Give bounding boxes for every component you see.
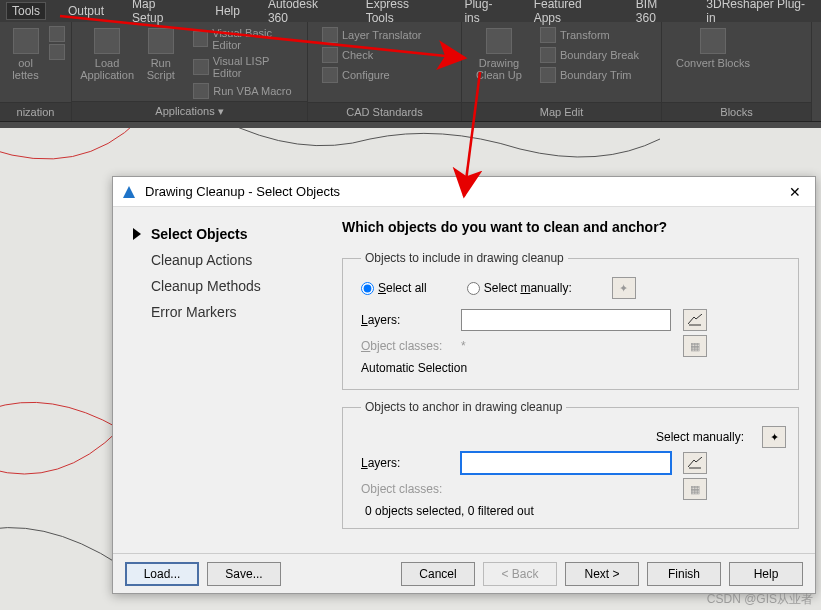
anchor-classes-label: Object classes: (361, 482, 449, 496)
next-button[interactable]: Next > (565, 562, 639, 586)
save-button[interactable]: Save... (207, 562, 281, 586)
anchor-layers-input[interactable] (461, 452, 671, 474)
include-classes-value: * (461, 339, 671, 353)
dialog-title: Drawing Cleanup - Select Objects (145, 184, 340, 199)
nav-select-objects[interactable]: Select Objects (133, 221, 320, 247)
ribbon-small-icon[interactable] (49, 26, 65, 42)
convert-blocks-button[interactable]: Convert Blocks (668, 26, 758, 71)
transform-button[interactable]: Transform (536, 26, 643, 44)
include-layers-input[interactable] (461, 309, 671, 331)
select-manually-label: Select manually: (484, 281, 572, 295)
run-vba-macro-button[interactable]: Run VBA Macro (189, 82, 301, 100)
anchor-layers-label: Layers: (361, 456, 449, 470)
finish-button[interactable]: Finish (647, 562, 721, 586)
dialog-titlebar: Drawing Cleanup - Select Objects ✕ (113, 177, 815, 207)
run-script-button[interactable]: Run Script (138, 26, 183, 83)
tool-palettes-button[interactable]: ool lettes (6, 26, 45, 83)
back-button: < Back (483, 562, 557, 586)
layers-label: Layers: (361, 313, 449, 327)
close-button[interactable]: ✕ (783, 182, 807, 202)
panel-title[interactable]: Applications ▾ (72, 101, 307, 121)
select-all-radio[interactable] (361, 282, 374, 295)
ribbon-small-icon[interactable] (49, 44, 65, 60)
panel-title: Map Edit (462, 102, 661, 121)
classes-label: Object classes: (361, 339, 449, 353)
pick-objects-button[interactable]: ✦ (612, 277, 636, 299)
nav-error-markers[interactable]: Error Markers (133, 299, 320, 325)
load-button[interactable]: Load... (125, 562, 199, 586)
menu-tools[interactable]: Tools (6, 2, 46, 20)
visual-basic-editor-button[interactable]: Visual Basic Editor (189, 26, 301, 52)
cancel-button[interactable]: Cancel (401, 562, 475, 586)
include-legend: Objects to include in drawing cleanup (361, 251, 568, 265)
auto-selection-label: Automatic Selection (361, 361, 467, 375)
drawing-cleanup-button[interactable]: Drawing Clean Up (468, 26, 530, 83)
visual-lisp-editor-button[interactable]: Visual LISP Editor (189, 54, 301, 80)
menu-output[interactable]: Output (62, 2, 110, 20)
panel-title: Blocks (662, 102, 811, 121)
load-application-button[interactable]: Load Application (78, 26, 136, 83)
menu-help[interactable]: Help (209, 2, 246, 20)
wizard-nav: Select Objects Cleanup Actions Cleanup M… (113, 207, 338, 553)
include-layers-pick-button[interactable] (683, 309, 707, 331)
nav-cleanup-methods[interactable]: Cleanup Methods (133, 273, 320, 299)
app-icon (121, 184, 137, 200)
include-classes-pick-button: ▦ (683, 335, 707, 357)
anchor-classes-pick-button: ▦ (683, 478, 707, 500)
watermark: CSDN @GIS从业者 (707, 591, 813, 608)
anchor-legend: Objects to anchor in drawing cleanup (361, 400, 566, 414)
ribbon: ool lettes nization Load Application Run… (0, 22, 821, 122)
dialog-footer: Load... Save... Cancel < Back Next > Fin… (113, 553, 815, 593)
select-all-label: Select all (378, 281, 427, 295)
check-button[interactable]: Check (318, 46, 425, 64)
anchor-status: 0 objects selected, 0 filtered out (361, 504, 786, 518)
panel-title: CAD Standards (308, 102, 461, 121)
anchor-pick-button[interactable]: ✦ (762, 426, 786, 448)
dialog-content: Which objects do you want to clean and a… (338, 207, 815, 553)
layer-translator-button[interactable]: Layer Translator (318, 26, 425, 44)
select-manually-radio[interactable] (467, 282, 480, 295)
drawing-cleanup-dialog: Drawing Cleanup - Select Objects ✕ Selec… (112, 176, 816, 594)
anchor-manual-label: Select manually: (656, 430, 744, 444)
content-heading: Which objects do you want to clean and a… (342, 219, 799, 235)
configure-button[interactable]: Configure (318, 66, 425, 84)
panel-title: nization (0, 102, 71, 121)
boundary-break-button[interactable]: Boundary Break (536, 46, 643, 64)
menubar: Tools Output Map Setup Help Autodesk 360… (0, 0, 821, 22)
anchor-layers-pick-button[interactable] (683, 452, 707, 474)
include-fieldset: Objects to include in drawing cleanup Se… (342, 251, 799, 390)
help-button[interactable]: Help (729, 562, 803, 586)
boundary-trim-button[interactable]: Boundary Trim (536, 66, 643, 84)
anchor-fieldset: Objects to anchor in drawing cleanup Sel… (342, 400, 799, 529)
nav-cleanup-actions[interactable]: Cleanup Actions (133, 247, 320, 273)
